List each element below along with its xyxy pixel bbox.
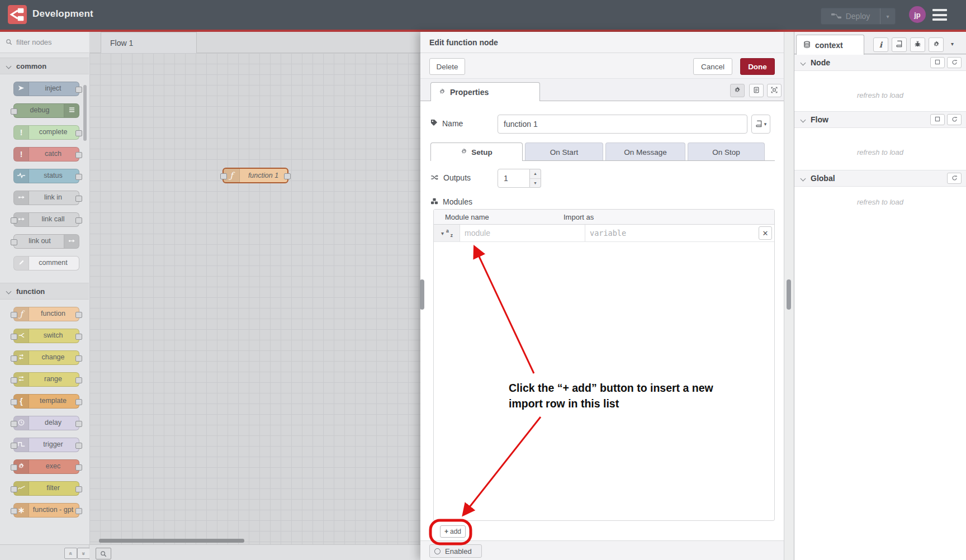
palette-node-trigger[interactable]: trigger [13,438,79,452]
palette-node-status[interactable]: status [13,169,79,183]
palette-collapse-all-button[interactable]: « [64,548,77,559]
outputs-label-text: Outputs [443,173,471,182]
modules-table-header: Module name Import as [434,210,774,225]
node-output-port [75,334,82,340]
tab-on-start[interactable]: On Start [525,143,603,161]
context-section-label: Node [811,58,830,67]
stepper-down-icon[interactable]: ▼ [530,179,541,188]
context-section-node[interactable]: Node [794,54,966,71]
square-wave-icon [18,441,25,449]
remove-module-row-button[interactable]: ✕ [759,226,772,240]
cancel-button[interactable]: Cancel [693,58,732,75]
context-section-global[interactable]: Global [794,170,966,187]
module-name-input[interactable] [460,225,585,241]
refresh-button[interactable] [947,57,962,68]
config-tab-button[interactable] [929,37,944,52]
modules-section-label: Modules [430,197,472,206]
tab-context[interactable]: context [796,35,864,55]
node-input-port [11,377,17,383]
name-field-label: Name [430,119,463,128]
palette-node-comment[interactable]: comment [13,256,79,270]
toggle-circle-icon [434,548,441,554]
context-section-content: refresh to load [794,187,966,421]
outputs-input[interactable] [498,169,530,188]
refresh-icon [951,59,958,67]
info-tab-button[interactable]: i [873,37,888,52]
node-settings-button[interactable] [730,84,745,97]
module-row-handle[interactable]: ▾ az [434,225,460,241]
palette-category-common[interactable]: common [0,58,89,74]
tab-properties[interactable]: Properties [430,82,540,101]
flow-canvas[interactable] [89,53,420,544]
palette-node-inject[interactable]: inject [13,82,79,96]
node-input-port[interactable] [220,173,227,179]
palette-node-link-call[interactable]: link call [13,212,79,227]
palette-node-exec[interactable]: exec [13,459,79,474]
sidebar-separator[interactable] [784,32,794,560]
outputs-stepper[interactable]: ▲▼ [530,169,541,188]
palette-node-complete[interactable]: !complete [13,125,79,140]
node-enabled-toggle[interactable]: Enabled [429,544,482,558]
user-avatar[interactable]: jp [909,6,926,23]
debug-tab-button[interactable] [910,37,925,52]
palette-node-template[interactable]: {template [13,394,79,409]
tray-title: Edit function node [420,32,784,53]
watch-icon [935,116,940,123]
refresh-button[interactable] [947,173,962,184]
node-appearance-button[interactable] [767,84,782,97]
sidebar-tabs-caret[interactable]: ▾ [951,41,954,47]
tab-on-stop[interactable]: On Stop [688,143,765,161]
palette-node-link-out[interactable]: link out [13,234,79,249]
name-input[interactable] [498,115,747,134]
node-output-port [75,377,82,383]
deploy-button[interactable]: Deploy ▾ [821,8,896,25]
node-output-port [75,399,82,405]
palette-category-function[interactable]: function [0,283,89,300]
node-output-port [75,421,82,427]
label-style-button[interactable]: ▾ [751,115,770,134]
palette-scrollbar[interactable] [83,85,87,141]
palette-node-function[interactable]: ƒfunction [13,307,79,321]
palette-node-debug[interactable]: debug [13,103,79,118]
palette-node-delay[interactable]: delay [13,416,79,430]
context-section-flow[interactable]: Flow [794,111,966,128]
done-button[interactable]: Done [740,58,775,75]
node-input-port [11,486,17,492]
swap-arrows-icon [18,354,25,362]
palette-node-filter[interactable]: filter [13,481,79,496]
properties-tab-label: Properties [450,88,489,97]
import-as-input[interactable] [585,225,762,241]
node-red-logo-icon [8,5,27,24]
flow-tab[interactable]: Flow 1 [101,32,197,53]
tray-resize-handle[interactable] [420,279,424,310]
link-icon [18,216,25,224]
tab-setup[interactable]: Setup [430,143,523,161]
stepper-up-icon[interactable]: ▲ [530,169,541,179]
info-icon: i [879,40,882,50]
tab-on-message[interactable]: On Message [605,143,685,161]
help-tab-button[interactable] [892,37,907,52]
palette-node-link-in[interactable]: link in [13,191,79,205]
palette-filter[interactable]: filter nodes [0,32,89,53]
canvas-horizontal-scrollbar[interactable] [99,539,244,543]
palette-node-label: status [27,172,79,179]
palette-node-catch[interactable]: !catch [13,147,79,162]
refresh-to-load-text: refresh to load [794,71,966,99]
node-output-port[interactable] [284,173,291,179]
add-module-button[interactable]: +add [440,525,466,538]
watch-button[interactable] [930,114,945,125]
watch-button[interactable] [930,57,945,68]
palette-node-switch[interactable]: switch [13,329,79,343]
deploy-options-caret[interactable]: ▾ [880,8,895,24]
delete-button[interactable]: Delete [429,58,465,75]
palette-node-range[interactable]: range [13,372,79,387]
palette-expand-all-button[interactable]: » [77,548,90,559]
refresh-button[interactable] [947,114,962,125]
search-flows-button[interactable] [96,548,111,559]
sidebar-resize-handle[interactable] [787,279,791,310]
canvas-node-function-1[interactable]: ƒ function 1 [222,168,288,183]
main-menu-button[interactable] [932,9,947,21]
palette-node-function-gpt[interactable]: ∗function - gpt [13,503,79,518]
node-description-button[interactable] [749,84,764,97]
palette-node-change[interactable]: change [13,350,79,365]
